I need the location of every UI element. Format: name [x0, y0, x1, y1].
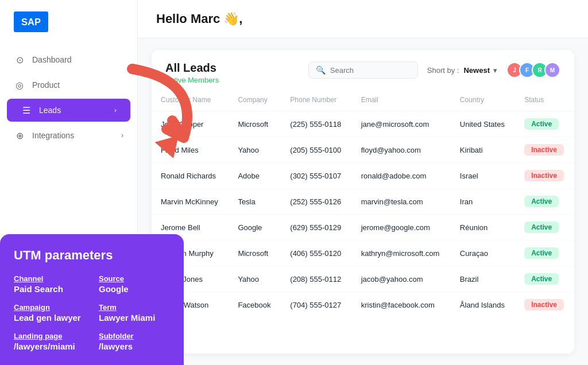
cell-phone: (302) 555-0107	[281, 163, 351, 189]
utm-param-value: Paid Search	[14, 284, 85, 294]
cell-status: Inactive	[515, 137, 574, 163]
cell-company: Google	[229, 215, 281, 240]
cell-name: Marvin McKinney	[152, 189, 229, 215]
utm-param-label: Source	[99, 274, 170, 283]
cell-status: Active	[515, 266, 574, 292]
utm-param-label: Subfolder	[99, 332, 170, 340]
chevron-right-icon: ›	[121, 131, 123, 139]
status-badge: Active	[524, 196, 559, 207]
table-row[interactable]: Jerome Bell Google (629) 555-0129 jerome…	[152, 215, 574, 240]
sidebar-item-product[interactable]: ◎ Product	[0, 73, 137, 96]
status-badge: Active	[524, 118, 559, 130]
cell-email: ronald@adobe.com	[352, 163, 451, 189]
dashboard-icon: ⊙	[14, 54, 25, 65]
sort-value: Newest	[463, 66, 490, 75]
cell-phone: (252) 555-0126	[281, 189, 351, 215]
sidebar-item-integrations[interactable]: ⊕ Integrations ›	[0, 124, 137, 147]
chevron-down-icon: ▾	[493, 66, 497, 75]
cell-phone: (406) 555-0120	[281, 240, 351, 266]
table-row[interactable]: Floyd Miles Yahoo (205) 555-0100 floyd@y…	[152, 137, 574, 163]
cell-status: Active	[515, 189, 574, 215]
table-row[interactable]: Jacob Jones Yahoo (208) 555-0112 jacob@y…	[152, 266, 574, 292]
main-content: Hello Marc 👋, All Leads Active Members 🔍…	[138, 0, 588, 365]
integrations-icon: ⊕	[14, 130, 25, 141]
utm-param-value: Lawyer Miami	[99, 313, 170, 323]
table-row[interactable]: Ronald Richards Adobe (302) 555-0107 ron…	[152, 163, 574, 189]
sidebar-item-label: Integrations	[32, 131, 74, 140]
col-customer-name: Customer Name	[152, 89, 229, 111]
cell-country: Brazil	[451, 266, 515, 292]
status-badge: Active	[524, 273, 559, 285]
sidebar-item-dashboard[interactable]: ⊙ Dashboard	[0, 48, 137, 71]
sidebar-nav: ⊙ Dashboard ◎ Product ☰ Leads › ⊕ Integr…	[0, 48, 137, 147]
cell-country: Åland Islands	[451, 292, 515, 318]
cell-email: kathryn@microsoft.com	[352, 240, 451, 266]
search-input[interactable]	[330, 66, 411, 75]
sort-label: Short by :	[427, 66, 459, 75]
cell-name: Ronald Richards	[152, 163, 229, 189]
avatar: M	[544, 62, 560, 78]
utm-param-value: Google	[99, 284, 170, 294]
utm-param-value: Lead gen lawyer	[14, 313, 85, 323]
top-bar: Hello Marc 👋,	[138, 0, 588, 38]
cell-country: United States	[451, 111, 515, 137]
cell-status: Inactive	[515, 292, 574, 318]
cell-company: Microsoft	[229, 111, 281, 137]
utm-param-label: Term	[99, 303, 170, 312]
search-icon: 🔍	[316, 65, 326, 75]
sort-control[interactable]: Short by : Newest ▾	[427, 66, 497, 75]
table-title: All Leads	[165, 61, 219, 75]
sidebar-item-label: Leads	[39, 106, 61, 115]
active-members-label: Active Members	[165, 76, 219, 84]
utm-param-value: /lawyers/miami	[14, 341, 85, 351]
table-header-row: Customer Name Company Phone Number Email…	[152, 89, 574, 111]
cell-country: Curaçao	[451, 240, 515, 266]
table-row[interactable]: Marvin McKinney Tesla (252) 555-0126 mar…	[152, 189, 574, 215]
table-row[interactable]: Kathryn Murphy Microsoft (406) 555-0120 …	[152, 240, 574, 266]
col-email: Email	[352, 89, 451, 111]
cell-email: jane@microsoft.com	[352, 111, 451, 137]
table-row[interactable]: Jane Cooper Microsoft (225) 555-0118 jan…	[152, 111, 574, 137]
cell-status: Inactive	[515, 163, 574, 189]
col-phone: Phone Number	[281, 89, 351, 111]
greeting-text: Hello Marc 👋,	[156, 11, 242, 26]
sidebar-item-label: Product	[32, 80, 60, 90]
status-badge: Active	[524, 247, 559, 259]
cell-email: jerome@google.com	[352, 215, 451, 240]
cell-phone: (704) 555-0127	[281, 292, 351, 318]
avatars-row: J F R M	[506, 62, 560, 78]
utm-param: Landing page /lawyers/miami	[14, 332, 85, 351]
table-controls: 🔍 Short by : Newest ▾ J F R M	[308, 61, 560, 79]
cell-phone: (225) 555-0118	[281, 111, 351, 137]
table-header: All Leads Active Members 🔍 Short by : Ne…	[152, 50, 574, 84]
sap-logo-icon: SAP	[14, 11, 48, 32]
utm-param: Source Google	[99, 274, 170, 294]
cell-status: Active	[515, 240, 574, 266]
cell-country: Israel	[451, 163, 515, 189]
search-box[interactable]: 🔍	[308, 61, 418, 79]
sidebar-item-label: Dashboard	[32, 55, 72, 64]
utm-param: Campaign Lead gen lawyer	[14, 303, 85, 323]
cell-email: marvin@tesla.com	[352, 189, 451, 215]
product-icon: ◎	[14, 79, 25, 91]
cell-name: Jane Cooper	[152, 111, 229, 137]
cell-email: jacob@yahoo.com	[352, 266, 451, 292]
cell-company: Tesla	[229, 189, 281, 215]
utm-param-value: /lawyers	[99, 341, 170, 351]
cell-phone: (205) 555-0100	[281, 137, 351, 163]
utm-param-label: Landing page	[14, 332, 85, 340]
leads-table: Customer Name Company Phone Number Email…	[152, 89, 574, 317]
utm-param: Term Lawyer Miami	[99, 303, 170, 323]
logo-container: SAP	[0, 11, 137, 48]
cell-phone: (208) 555-0112	[281, 266, 351, 292]
col-company: Company	[229, 89, 281, 111]
utm-param: Channel Paid Search	[14, 274, 85, 294]
cell-status: Active	[515, 215, 574, 240]
cell-company: Yahoo	[229, 137, 281, 163]
status-badge: Inactive	[524, 170, 564, 181]
table-row[interactable]: Kristin Watson Facebook (704) 555-0127 k…	[152, 292, 574, 318]
sidebar-item-leads[interactable]: ☰ Leads ›	[7, 99, 130, 122]
col-status: Status	[515, 89, 574, 111]
cell-name: Floyd Miles	[152, 137, 229, 163]
utm-overlay: UTM parameters Channel Paid Search Sourc…	[0, 234, 184, 365]
